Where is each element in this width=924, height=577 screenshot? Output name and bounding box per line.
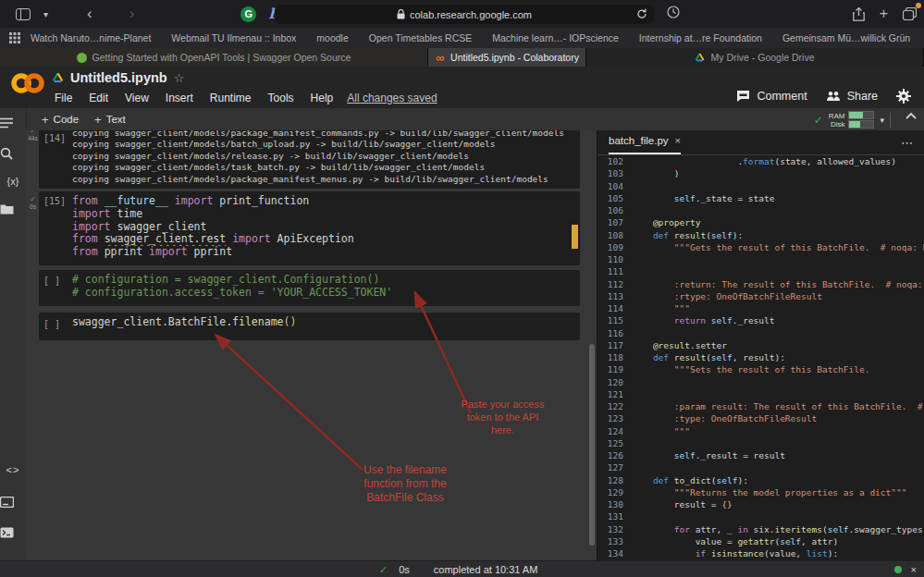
line-code: ) bbox=[632, 167, 679, 179]
cell-code-box[interactable]: [ ]swagger_client.BatchFile.filename() bbox=[39, 313, 580, 340]
status-close-icon[interactable]: × bbox=[911, 564, 917, 575]
grammarly-extension-icon[interactable]: G bbox=[240, 6, 256, 22]
back-button[interactable]: ‹ bbox=[80, 5, 99, 23]
browser-tab-inactive[interactable]: My Drive - Google Drive bbox=[586, 48, 924, 67]
notebook-cell[interactable]: ✓0s[15]from __future__ import print_func… bbox=[26, 191, 597, 265]
tab-overview-icon[interactable] bbox=[903, 7, 917, 20]
plus-icon: + bbox=[94, 113, 102, 127]
code-line: copying swagger_client/models/package_ma… bbox=[72, 130, 578, 139]
bookmark-item[interactable]: Internship at…re Foundation bbox=[639, 32, 762, 43]
new-tab-icon[interactable]: + bbox=[880, 6, 888, 22]
sidebar-toggle-icon[interactable] bbox=[9, 8, 37, 20]
cell-output-box[interactable]: [14]copying swagger_client/models/packag… bbox=[39, 130, 580, 189]
notebook-cell[interactable]: [ ]swagger_client.BatchFile.filename() bbox=[26, 313, 597, 340]
cell-execution-badge[interactable]: [15] bbox=[43, 196, 66, 206]
share-button[interactable]: Share bbox=[826, 90, 878, 103]
bookmark-item[interactable]: Machine learn…- IOPscience bbox=[492, 32, 619, 43]
menu-runtime[interactable]: Runtime bbox=[202, 92, 260, 104]
bookmark-item[interactable]: moodle bbox=[316, 32, 348, 43]
colab-logo-icon[interactable] bbox=[9, 72, 46, 94]
browser-tab-active[interactable]: ∞Untitled5.ipynb - Colaboratory bbox=[428, 48, 586, 67]
browser-tab-inactive[interactable]: Getting Started with OpenAPI Tools | Swa… bbox=[0, 48, 428, 67]
add-text-button[interactable]: + Text bbox=[94, 113, 126, 127]
close-tab-icon[interactable]: × bbox=[675, 135, 681, 146]
address-bar[interactable]: colab.research.google.com bbox=[275, 5, 654, 24]
editor-line: 112 :return: The result of this BatchFil… bbox=[598, 278, 924, 290]
notebook-cell[interactable]: [ ]# configuration = swagger_client.Conf… bbox=[26, 270, 597, 306]
bookmark-item[interactable]: Gemeinsam Mü…willick Grün bbox=[782, 32, 910, 43]
menu-file[interactable]: File bbox=[46, 92, 80, 104]
menu-edit[interactable]: Edit bbox=[80, 92, 117, 104]
bookmark-item[interactable]: Open Timetables RCSE bbox=[369, 32, 472, 43]
plus-icon: + bbox=[42, 113, 49, 127]
line-number: 120 bbox=[598, 376, 632, 388]
line-number: 117 bbox=[598, 339, 632, 351]
drive-favicon bbox=[695, 53, 705, 62]
cell-execution-badge[interactable]: [14] bbox=[43, 133, 66, 143]
reload-icon[interactable] bbox=[636, 8, 647, 19]
tab-label: Getting Started with OpenAPI Tools | Swa… bbox=[92, 52, 351, 63]
share-export-icon[interactable] bbox=[853, 7, 865, 21]
drive-file-icon bbox=[52, 72, 64, 83]
line-number: 111 bbox=[598, 265, 632, 277]
editor-line: 123 :type: OneOfBatchFileResult bbox=[598, 412, 924, 424]
notebook-content-area[interactable]: ✓44s[14]copying swagger_client/models/pa… bbox=[26, 130, 597, 560]
terminal-icon[interactable] bbox=[0, 527, 26, 538]
line-number: 102 bbox=[598, 155, 632, 167]
line-code: """ bbox=[632, 425, 690, 437]
menu-help[interactable]: Help bbox=[302, 92, 342, 104]
collapse-sections-chevron-icon[interactable] bbox=[906, 112, 917, 119]
editor-line: 122 :param result: The result of this Ba… bbox=[598, 400, 924, 412]
editor-line: 109 """Gets the result of this BatchFile… bbox=[598, 241, 924, 253]
files-folder-icon[interactable] bbox=[0, 203, 26, 215]
table-of-contents-icon[interactable] bbox=[0, 117, 26, 129]
all-changes-saved-link[interactable]: All changes saved bbox=[347, 92, 437, 104]
cell-execution-badge[interactable]: [ ] bbox=[43, 319, 60, 329]
line-code: value = getattr(self, attr) bbox=[632, 535, 838, 547]
file-editor-panel[interactable]: batch_file.py × ⋯ 102 .format(state, all… bbox=[597, 130, 924, 560]
notebook-cell[interactable]: ✓44s[14]copying swagger_client/models/pa… bbox=[26, 130, 597, 189]
editor-line: 121 bbox=[598, 388, 924, 400]
browser-chrome: ▾ ‹ › G h colab.research.google.com + bbox=[0, 0, 924, 28]
resources-ram-disk-widget[interactable]: ✓ RAM Disk ▾ bbox=[814, 110, 891, 129]
notebook-scrollbar-thumb[interactable] bbox=[589, 344, 595, 546]
editor-code-view[interactable]: 102 .format(state, allowed_values)103 )1… bbox=[598, 155, 924, 559]
code-snippets-icon[interactable]: <> bbox=[0, 464, 26, 475]
tab-batch-file-py[interactable]: batch_file.py × bbox=[609, 130, 681, 154]
cell-code-box[interactable]: [15]from __future__ import print_functio… bbox=[39, 191, 580, 265]
notebook-title[interactable]: Untitled5.ipynb bbox=[70, 70, 167, 85]
search-icon[interactable] bbox=[0, 147, 26, 160]
line-code: """Gets the result of this BatchFile. # … bbox=[632, 241, 924, 253]
bookmark-item[interactable]: Watch Naruto…nime-Planet bbox=[31, 32, 151, 43]
line-number: 119 bbox=[598, 363, 632, 375]
settings-gear-icon[interactable] bbox=[896, 89, 911, 104]
menu-view[interactable]: View bbox=[117, 92, 157, 104]
left-sidebar-rail: {x} <> bbox=[0, 108, 27, 560]
resources-dropdown-chevron-icon[interactable]: ▾ bbox=[880, 116, 884, 125]
code-line: swagger_client.BatchFile.filename() bbox=[72, 316, 578, 329]
editor-more-menu-icon[interactable]: ⋯ bbox=[901, 136, 914, 150]
forward-button[interactable]: › bbox=[123, 5, 142, 23]
command-palette-icon[interactable] bbox=[0, 497, 26, 508]
add-code-button[interactable]: + Code bbox=[42, 113, 79, 127]
comment-button[interactable]: Comment bbox=[736, 90, 807, 103]
bookmarks-grid-icon[interactable] bbox=[9, 32, 20, 43]
cell-run-status[interactable]: ✓0s bbox=[27, 196, 39, 210]
menu-tools[interactable]: Tools bbox=[260, 92, 302, 104]
cell-run-status[interactable]: ✓44s bbox=[27, 130, 39, 141]
chevron-down-icon[interactable]: ▾ bbox=[37, 9, 55, 19]
bookmark-item[interactable]: Webmail TU Ilmenau :: Inbox bbox=[171, 32, 296, 43]
history-clock-icon[interactable] bbox=[660, 6, 686, 18]
cell-code-box[interactable]: [ ]# configuration = swagger_client.Conf… bbox=[39, 270, 580, 306]
variables-icon[interactable]: {x} bbox=[0, 176, 26, 187]
tab-label: Untitled5.ipynb - Colaboratory bbox=[450, 52, 579, 63]
cell-execution-badge[interactable]: [ ] bbox=[43, 276, 60, 286]
editor-line: 128 def to_dict(self): bbox=[598, 474, 924, 486]
code-line: import time bbox=[72, 208, 578, 221]
line-code: .format(state, allowed_values) bbox=[632, 155, 896, 167]
line-number: 109 bbox=[598, 241, 632, 253]
cell-check-icon: ✓ bbox=[27, 196, 39, 203]
divider bbox=[890, 113, 891, 128]
star-icon[interactable]: ☆ bbox=[174, 71, 185, 85]
menu-insert[interactable]: Insert bbox=[157, 92, 202, 104]
